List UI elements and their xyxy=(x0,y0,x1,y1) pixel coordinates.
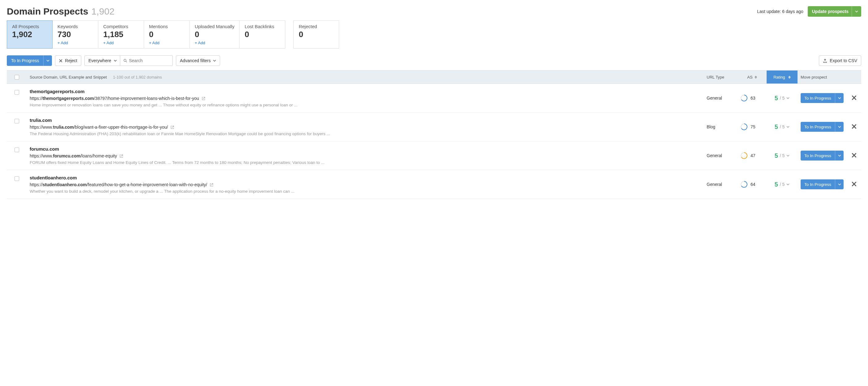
stat-add-link[interactable]: + Add xyxy=(58,40,68,45)
stat-value: 0 xyxy=(195,30,234,39)
sort-icon xyxy=(754,76,757,79)
example-url[interactable]: https://themortgagereports.com/38797/hom… xyxy=(30,96,701,101)
reject-button[interactable]: Reject xyxy=(55,55,81,66)
col-as[interactable]: AS xyxy=(738,75,767,80)
advanced-filters-button[interactable]: Advanced filters xyxy=(176,55,220,66)
table-row: forumcu.comhttps://www.forumcu.com/loans… xyxy=(7,141,861,170)
remove-row-button[interactable] xyxy=(847,94,861,102)
chevron-down-icon[interactable] xyxy=(835,122,844,132)
scope-dropdown[interactable]: Everywhere xyxy=(84,55,120,66)
stat-value: 0 xyxy=(149,30,185,39)
search-field[interactable] xyxy=(120,55,173,66)
col-url-type[interactable]: URL Type xyxy=(704,75,738,80)
chevron-down-icon xyxy=(786,125,789,128)
stat-card-uploaded-manually[interactable]: Uploaded Manually0+ Add xyxy=(190,21,240,49)
row-checkbox[interactable] xyxy=(14,176,19,181)
url-type: General xyxy=(704,182,738,187)
stat-value: 0 xyxy=(245,30,280,39)
stat-add-link[interactable]: + Add xyxy=(103,40,114,45)
example-url[interactable]: https://studentloanhero.com/featured/how… xyxy=(30,182,701,187)
remove-row-button[interactable] xyxy=(847,152,861,159)
as-ring-icon xyxy=(741,152,747,159)
remove-row-button[interactable] xyxy=(847,180,861,188)
move-to-in-progress-button[interactable]: To In Progress xyxy=(801,151,844,160)
rating-cell[interactable]: 5/ 5 xyxy=(767,152,798,159)
move-to-in-progress-button[interactable]: To In Progress xyxy=(801,122,844,132)
stat-label: Uploaded Manually xyxy=(195,24,234,29)
scope-label: Everywhere xyxy=(88,58,111,63)
rating-value: 5 xyxy=(775,181,778,188)
example-url[interactable]: https://www.trulia.com/blog/want-a-fixer… xyxy=(30,125,701,129)
move-cell: To In Progress xyxy=(798,179,847,189)
move-label: To In Progress xyxy=(801,182,835,187)
export-csv-button[interactable]: Export to CSV xyxy=(819,55,861,66)
last-update: Last update: 6 days ago xyxy=(757,9,803,14)
url-type: General xyxy=(704,95,738,100)
stat-card-keywords[interactable]: Keywords730+ Add xyxy=(53,21,98,49)
domain-name: studentloanhero.com xyxy=(30,175,701,180)
rating-max: / 5 xyxy=(780,153,785,158)
chevron-down-icon xyxy=(851,6,858,17)
select-all-checkbox[interactable] xyxy=(14,75,19,80)
chevron-down-icon[interactable] xyxy=(43,55,52,66)
row-checkbox[interactable] xyxy=(14,148,19,152)
stat-label: Competitors xyxy=(103,24,139,29)
snippet: The Federal Housing Administration (FHA)… xyxy=(30,131,701,136)
authority-score: 64 xyxy=(738,181,767,188)
stat-label: Lost Backlinks xyxy=(245,24,280,29)
as-value: 75 xyxy=(750,124,755,129)
move-cell: To In Progress xyxy=(798,151,847,160)
chevron-down-icon[interactable] xyxy=(835,93,844,103)
close-icon xyxy=(851,153,857,158)
authority-score: 63 xyxy=(738,95,767,101)
update-prospects-label: Update prospects xyxy=(812,9,848,14)
stat-label: Keywords xyxy=(58,24,93,29)
stat-card-competitors[interactable]: Competitors1,185+ Add xyxy=(98,21,144,49)
col-rating[interactable]: Rating xyxy=(767,70,798,84)
table-header: Source Domain, URL Example and Snippet 1… xyxy=(7,70,861,84)
rating-cell[interactable]: 5/ 5 xyxy=(767,123,798,130)
stat-card-all-prospects[interactable]: All Prospects1,902 xyxy=(7,21,53,49)
table-row: studentloanhero.comhttps://studentloanhe… xyxy=(7,170,861,199)
as-value: 47 xyxy=(750,153,755,158)
remove-row-button[interactable] xyxy=(847,123,861,131)
move-to-in-progress-button[interactable]: To In Progress xyxy=(801,179,844,189)
source-cell: themortgagereports.comhttps://themortgag… xyxy=(27,89,704,107)
stat-add-link[interactable]: + Add xyxy=(195,40,205,45)
as-ring-icon xyxy=(741,123,747,130)
stat-card-mentions[interactable]: Mentions0+ Add xyxy=(144,21,190,49)
example-url[interactable]: https://www.forumcu.com/loans/home-equit… xyxy=(30,153,701,158)
row-checkbox[interactable] xyxy=(14,119,19,123)
stat-card-rejected[interactable]: Rejected0 xyxy=(293,21,339,49)
stat-card-lost-backlinks[interactable]: Lost Backlinks0 xyxy=(240,21,285,49)
as-ring-icon xyxy=(741,95,747,101)
svg-line-1 xyxy=(126,61,127,62)
move-to-in-progress-button[interactable]: To In Progress xyxy=(801,93,844,103)
move-label: To In Progress xyxy=(801,153,835,158)
domain-name: forumcu.com xyxy=(30,146,701,152)
rating-cell[interactable]: 5/ 5 xyxy=(767,95,798,102)
reject-label: Reject xyxy=(65,58,77,63)
search-input[interactable] xyxy=(129,58,169,63)
page-title: Domain Prospects xyxy=(7,6,88,17)
to-in-progress-button[interactable]: To In Progress xyxy=(7,55,52,66)
rating-max: / 5 xyxy=(780,182,785,187)
stat-value: 0 xyxy=(299,30,334,39)
chevron-down-icon[interactable] xyxy=(835,179,844,189)
rating-value: 5 xyxy=(775,152,778,159)
close-icon xyxy=(851,95,857,100)
move-label: To In Progress xyxy=(801,125,835,129)
as-ring-icon xyxy=(741,181,747,188)
update-prospects-button[interactable]: Update prospects xyxy=(808,6,861,17)
export-label: Export to CSV xyxy=(830,58,857,63)
rating-cell[interactable]: 5/ 5 xyxy=(767,181,798,188)
stat-value: 730 xyxy=(58,30,93,39)
domain-name: trulia.com xyxy=(30,118,701,123)
external-link-icon xyxy=(202,96,206,100)
close-icon xyxy=(59,59,62,62)
row-checkbox[interactable] xyxy=(14,90,19,95)
stat-add-link[interactable]: + Add xyxy=(149,40,159,45)
chevron-down-icon[interactable] xyxy=(835,151,844,160)
source-cell: forumcu.comhttps://www.forumcu.com/loans… xyxy=(27,146,704,165)
chevron-down-icon xyxy=(786,183,789,186)
